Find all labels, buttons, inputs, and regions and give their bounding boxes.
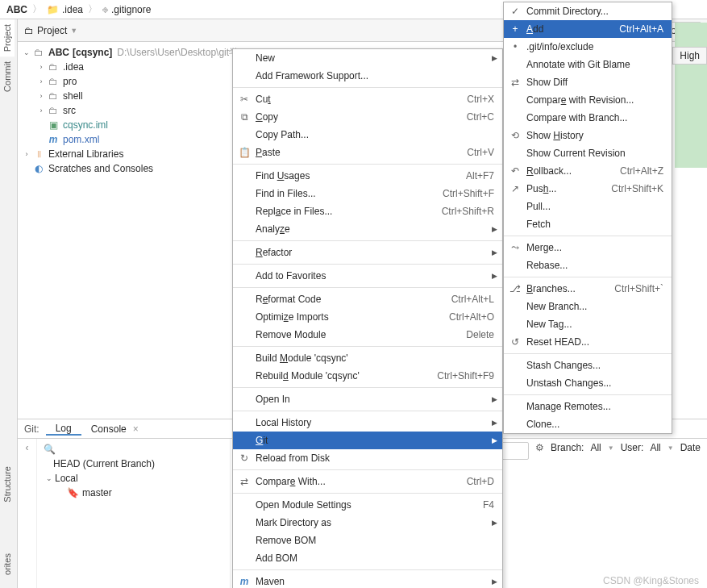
menu-label: Copy Path... (256, 129, 309, 140)
menu-item[interactable]: mMaven▶ (233, 573, 502, 588)
menu-item[interactable]: Add BOM (233, 549, 502, 567)
menu-label: Analyze (256, 223, 290, 235)
chevron-right-icon[interactable]: › (35, 63, 47, 71)
menu-item[interactable]: Reformat CodeCtrl+Alt+L (233, 290, 502, 308)
git-head[interactable]: HEAD (Current Branch) (40, 457, 227, 471)
menu-item[interactable]: Add Framework Support... (233, 67, 502, 85)
menu-item[interactable]: +AddCtrl+Alt+A (504, 20, 672, 38)
menu-item[interactable]: ⧉CopyCtrl+C (233, 108, 502, 126)
highlight-button[interactable]: High (672, 47, 707, 65)
menu-icon: ⧉ (238, 111, 251, 123)
menu-item[interactable]: Clone... (504, 415, 672, 433)
menu-item[interactable]: Rebase... (504, 256, 672, 274)
menu-label: Show Diff (526, 77, 568, 88)
tab-console[interactable]: Console× (81, 423, 148, 435)
menu-label: Cut (256, 94, 271, 105)
menu-item[interactable]: ⎇Branches...Ctrl+Shift+` (504, 280, 672, 298)
git-head-label: HEAD (Current Branch) (53, 458, 155, 469)
tree-root-suffix: [cqsync] (73, 47, 112, 58)
menu-item[interactable]: Remove BOM (233, 532, 502, 549)
menu-item[interactable]: ↗Push...Ctrl+Shift+K (504, 180, 672, 198)
iml-icon: ▣ (47, 119, 60, 131)
menu-label: Add to Favorites (256, 270, 326, 281)
menu-label: Mark Directory as (256, 517, 331, 528)
menu-label: Build Module 'cqsync' (256, 352, 348, 364)
menu-label: Show History (526, 130, 584, 141)
tab-log[interactable]: Log (46, 423, 81, 436)
menu-item[interactable]: ⟲Show History (504, 127, 672, 144)
menu-label: Branches... (526, 283, 576, 294)
menu-item[interactable]: Manage Remotes... (504, 398, 672, 415)
menu-item[interactable]: Stash Changes... (504, 357, 672, 374)
menu-shortcut: Ctrl+Alt+Z (596, 165, 663, 177)
rail-commit[interactable]: Commit (0, 56, 15, 97)
chevron-right-icon[interactable]: › (21, 150, 32, 158)
tree-label: External Libraries (48, 148, 123, 160)
menu-label: New Tag... (526, 319, 572, 330)
menu-label: Reload from Disk (256, 452, 330, 464)
menu-item[interactable]: Unstash Changes... (504, 374, 672, 392)
chevron-right-icon[interactable]: › (35, 77, 47, 85)
tree-label: cqsync.iml (63, 119, 108, 131)
menu-item[interactable]: ✓Commit Directory... (504, 2, 672, 20)
chevron-right-icon[interactable]: › (35, 106, 47, 115)
filter-date-label[interactable]: Date (680, 442, 701, 453)
menu-item[interactable]: Remove ModuleDelete (233, 326, 502, 344)
menu-item[interactable]: Open Module SettingsF4 (233, 496, 502, 514)
menu-item[interactable]: Pull... (504, 198, 672, 215)
menu-item[interactable]: Replace in Files...Ctrl+Shift+R (233, 202, 502, 220)
dropdown-icon: ▼ (70, 27, 77, 35)
menu-item[interactable]: 📋PasteCtrl+V (233, 144, 502, 161)
menu-item[interactable]: New▶ (233, 49, 502, 67)
breadcrumb-mid[interactable]: .idea (62, 4, 83, 15)
rail-favorites[interactable]: orites (0, 548, 15, 580)
menu-item[interactable]: Build Module 'cqsync' (233, 349, 502, 367)
rail-structure[interactable]: Structure (0, 461, 15, 507)
close-icon[interactable]: × (133, 423, 139, 435)
menu-item[interactable]: Find UsagesAlt+F7 (233, 167, 502, 185)
menu-item[interactable]: ⇄Compare With...Ctrl+D (233, 473, 502, 490)
menu-item[interactable]: Local History▶ (233, 414, 502, 432)
back-icon[interactable]: ‹ (26, 442, 29, 453)
search-icon[interactable]: 🔍 (44, 444, 56, 455)
chevron-right-icon[interactable]: › (35, 92, 47, 100)
menu-item[interactable]: Open In▶ (233, 390, 502, 408)
menu-shortcut: Ctrl+Alt+O (425, 311, 494, 323)
menu-item[interactable]: Find in Files...Ctrl+Shift+F (233, 185, 502, 202)
rail-project[interactable]: Project (0, 19, 15, 56)
git-master-label: master (82, 487, 112, 498)
menu-icon: ⤳ (509, 242, 522, 253)
git-local[interactable]: ⌄Local (40, 471, 227, 486)
menu-item[interactable]: Optimize ImportsCtrl+Alt+O (233, 308, 502, 326)
filter-branch-value[interactable]: All (590, 442, 601, 453)
menu-item[interactable]: Rebuild Module 'cqsync'Ctrl+Shift+F9 (233, 367, 502, 385)
menu-item[interactable]: Compare with Revision... (504, 91, 672, 109)
menu-item[interactable]: ✂CutCtrl+X (233, 90, 502, 108)
breadcrumb-file[interactable]: .gitignore (111, 4, 151, 15)
chevron-down-icon[interactable]: ⌄ (21, 48, 32, 56)
maven-icon: m (47, 133, 60, 146)
menu-item[interactable]: Add to Favorites▶ (233, 267, 502, 285)
menu-label: Git (256, 435, 268, 446)
menu-item[interactable]: Git▶ (233, 432, 502, 449)
menu-item[interactable]: Mark Directory as▶ (233, 514, 502, 532)
menu-item[interactable]: ↶Rollback...Ctrl+Alt+Z (504, 162, 672, 180)
menu-item[interactable]: Analyze▶ (233, 220, 502, 238)
menu-item[interactable]: ⤳Merge... (504, 239, 672, 256)
breadcrumb-root[interactable]: ABC (6, 4, 27, 15)
menu-icon: ↻ (238, 452, 251, 464)
menu-item[interactable]: Copy Path... (233, 126, 502, 144)
project-selector[interactable]: 🗀 Project ▼ (18, 25, 84, 36)
menu-item[interactable]: Refactor▶ (233, 244, 502, 261)
menu-item[interactable]: ↺Reset HEAD... (504, 333, 672, 351)
menu-item[interactable]: ↻Reload from Disk (233, 449, 502, 467)
menu-item[interactable]: •.git/info/exclude (504, 38, 672, 56)
filter-user-value[interactable]: All (650, 442, 660, 453)
gear-icon[interactable]: ⚙ (535, 442, 544, 453)
chevron-down-icon[interactable]: ⌄ (44, 474, 55, 482)
menu-icon: ⇄ (238, 476, 251, 487)
menu-item[interactable]: New Tag... (504, 315, 672, 333)
git-master[interactable]: 🔖master (40, 486, 227, 500)
menu-shortcut: Ctrl+Shift+F9 (413, 370, 494, 382)
menu-item[interactable]: Fetch (504, 215, 672, 233)
